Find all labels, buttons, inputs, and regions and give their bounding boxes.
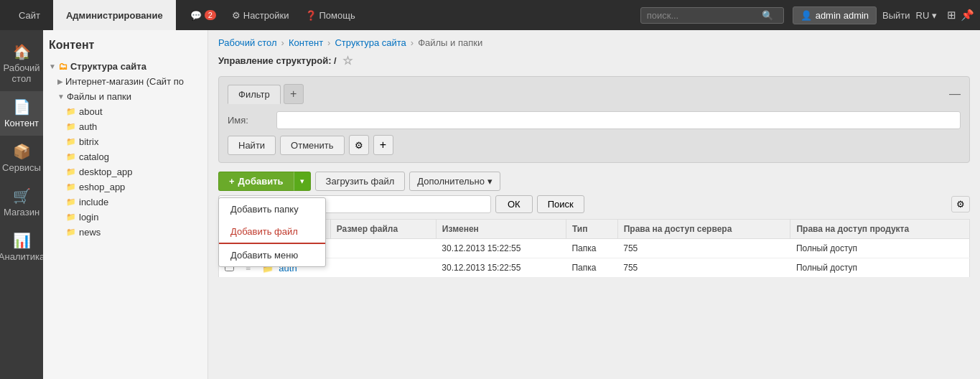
col-size: Размер файла <box>330 220 436 239</box>
top-navigation: Сайт Администрирование 💬 2 ⚙ Настройки ❓… <box>0 0 980 30</box>
file-table: Размер файла Изменен Тип Права на доступ… <box>218 219 970 278</box>
filter-name-label: Имя: <box>228 115 271 126</box>
folder-icon: 📁 <box>66 107 76 116</box>
row-type: Папка <box>566 239 617 258</box>
help-icon: ❓ <box>305 10 317 21</box>
settings-button[interactable]: ⚙ Настройки <box>226 7 295 24</box>
bell-icon: 💬 <box>190 10 202 21</box>
search-button[interactable]: Поиск <box>537 195 584 213</box>
filter-gear-button[interactable]: ⚙ <box>349 135 369 155</box>
main-layout: 🏠 Рабочий стол 📄 Контент 📦 Сервисы 🛒 Маг… <box>0 30 980 379</box>
tree-item-label: Файлы и папки <box>67 91 131 102</box>
filter-tab[interactable]: Фильтр <box>228 85 281 104</box>
tree-item-eshop-app[interactable]: 📁 eshop_app <box>66 179 202 195</box>
row-server-rights: 755 <box>617 258 790 278</box>
pin-icon[interactable]: 📌 <box>961 9 974 22</box>
row-size <box>330 258 436 278</box>
folder-icon: 🗂 <box>58 61 67 72</box>
filter-tabs: Фильтр + — <box>228 84 961 104</box>
folder-icon: 📁 <box>66 197 76 207</box>
add-button-group: + Добавить ▾ <box>218 172 311 191</box>
tree-item-internet-shop[interactable]: ▶ Интернет-магазин (Сайт по <box>57 74 202 89</box>
filter-name-input[interactable] <box>276 111 961 129</box>
exit-button[interactable]: Выйти <box>882 10 910 21</box>
tree-item-bitrix[interactable]: 📁 bitrix <box>66 134 202 149</box>
main-content: Рабочий стол › Контент › Структура сайта… <box>208 30 980 379</box>
sidebar-item-shop[interactable]: 🛒 Магазин <box>0 180 43 225</box>
language-button[interactable]: RU ▾ <box>916 10 937 21</box>
tree-item-label: Структура сайта <box>70 61 146 72</box>
more-button[interactable]: Дополнительно ▾ <box>409 172 500 191</box>
tree-item-label: about <box>79 106 103 117</box>
cart-icon: 🛒 <box>13 187 31 205</box>
tree-item-files-folders[interactable]: ▼ Файлы и папки <box>57 89 202 104</box>
gear-icon: ⚙ <box>355 140 363 151</box>
sidebar-item-content[interactable]: 📄 Контент <box>0 91 43 136</box>
folder-icon: 📁 <box>66 228 76 237</box>
tree-item-news[interactable]: 📁 news <box>66 225 202 240</box>
tree-item-about[interactable]: 📁 about <box>66 104 202 119</box>
row-modified: 30.12.2013 15:22:55 <box>436 258 566 278</box>
filter-plus-button[interactable]: + <box>373 135 393 155</box>
sidebar-item-services[interactable]: 📦 Сервисы <box>0 136 43 180</box>
help-button[interactable]: ❓ Помощь <box>299 7 361 24</box>
breadcrumb-content[interactable]: Контент <box>289 37 323 48</box>
tree-item-site-structure[interactable]: ▼ 🗂 Структура сайта <box>49 59 202 74</box>
breadcrumb-desktop[interactable]: Рабочий стол <box>218 37 277 48</box>
user-icon: 👤 <box>801 10 812 21</box>
tree-item-include[interactable]: 📁 include <box>66 195 202 210</box>
filter-name-row: Имя: <box>228 111 961 129</box>
col-type: Тип <box>566 220 617 239</box>
sidebar-item-analytics[interactable]: 📊 Аналитика <box>0 225 43 269</box>
dropdown-item-add-file[interactable]: Добавить файл <box>219 220 325 244</box>
breadcrumb-sep: › <box>327 37 330 48</box>
add-button[interactable]: + Добавить <box>218 172 294 191</box>
col-product-access: Права на доступ продукта <box>790 220 970 239</box>
page-title-text: Управление структурой: / <box>218 55 337 66</box>
notifications-button[interactable]: 💬 2 <box>185 7 222 24</box>
user-button[interactable]: 👤 admin admin <box>793 6 877 24</box>
tree-item-label: auth <box>79 121 97 132</box>
gear-icon: ⚙ <box>232 10 241 21</box>
grid-icon[interactable]: ⊞ <box>947 9 956 22</box>
search-input[interactable] <box>647 10 762 21</box>
ok-button[interactable]: ОК <box>495 195 533 213</box>
tree-item-auth[interactable]: 📁 auth <box>66 119 202 134</box>
tree-item-label: login <box>79 212 98 223</box>
add-dropdown-arrow[interactable]: ▾ <box>294 172 311 191</box>
filter-add-button[interactable]: + <box>284 84 304 104</box>
chart-icon: 📊 <box>13 232 31 249</box>
folder-icon: 📁 <box>66 152 76 162</box>
table-row: ≡ 📁 about 30.12.2013 15:22:55 Папка 755 … <box>219 239 970 258</box>
arrow-icon: ▶ <box>57 78 63 85</box>
row-product-rights: Полный доступ <box>790 258 970 278</box>
filter-minimize-button[interactable]: — <box>949 88 961 100</box>
upload-button[interactable]: Загрузить файл <box>315 172 406 191</box>
plus-icon: + <box>229 176 235 187</box>
star-icon[interactable]: ☆ <box>342 54 353 67</box>
sidebar-item-desktop[interactable]: 🏠 Рабочий стол <box>0 36 43 91</box>
tree-item-label: news <box>79 227 101 238</box>
dropdown-item-add-menu[interactable]: Добавить меню <box>219 244 325 266</box>
notifications-badge: 2 <box>205 10 216 20</box>
tree-panel-title: Контент <box>49 39 202 52</box>
user-area: 👤 admin admin Выйти RU ▾ ⊞ 📌 <box>793 6 974 24</box>
tree-item-login[interactable]: 📁 login <box>66 210 202 225</box>
tab-site[interactable]: Сайт <box>6 0 53 30</box>
dropdown-item-add-folder[interactable]: Добавить папку <box>219 198 325 220</box>
sidebar-item-label: Сервисы <box>2 162 41 173</box>
table-row: ≡ 📁 auth 30.12.2013 15:22:55 Папка 755 П… <box>219 258 970 278</box>
table-settings-button[interactable]: ⚙ <box>951 196 970 212</box>
row-product-rights: Полный доступ <box>790 239 970 258</box>
tab-admin[interactable]: Администрирование <box>53 0 176 30</box>
tree-item-label: bitrix <box>79 136 98 147</box>
breadcrumb-structure[interactable]: Структура сайта <box>335 37 406 48</box>
tree-panel: Контент ▼ 🗂 Структура сайта ▶ Интернет-м… <box>43 30 208 379</box>
tree-item-desktop-app[interactable]: 📁 desktop_app <box>66 164 202 179</box>
arrow-icon: ▼ <box>57 93 65 100</box>
tree-item-label: catalog <box>79 151 109 162</box>
find-button[interactable]: Найти <box>228 136 276 155</box>
cancel-button[interactable]: Отменить <box>280 136 344 155</box>
breadcrumb-sep: › <box>281 37 284 48</box>
tree-item-catalog[interactable]: 📁 catalog <box>66 149 202 164</box>
